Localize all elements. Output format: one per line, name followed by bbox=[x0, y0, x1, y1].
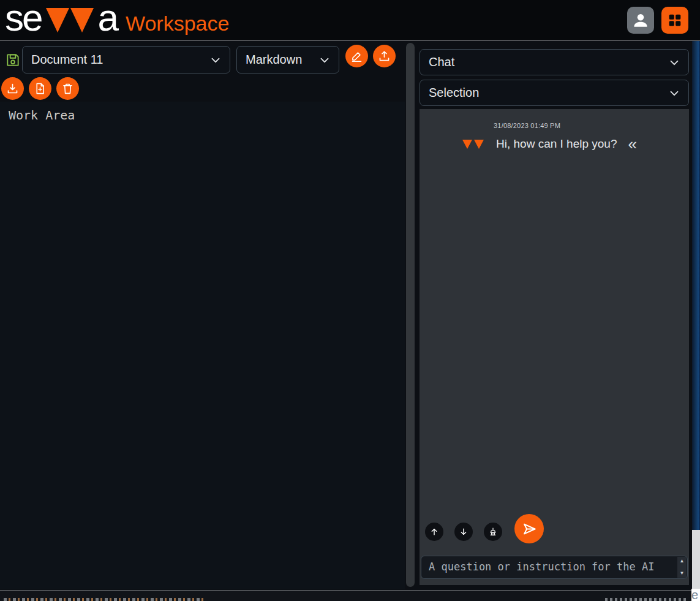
header-actions bbox=[627, 7, 688, 34]
logo-text-a: a bbox=[97, 0, 116, 36]
user-avatar-button[interactable] bbox=[627, 7, 654, 34]
editor-scrollbar[interactable] bbox=[406, 43, 415, 587]
format-select[interactable]: Markdown bbox=[236, 46, 339, 74]
document-select-value: Document 11 bbox=[31, 53, 103, 67]
ai-message-row: Hi, how can I help you? « bbox=[462, 137, 637, 151]
history-up-button[interactable] bbox=[425, 523, 443, 541]
clipped-edge-text: e bbox=[691, 589, 700, 601]
work-area-editor[interactable] bbox=[0, 102, 405, 589]
chevron-down-icon bbox=[318, 53, 331, 67]
clipped-footer-text bbox=[605, 598, 686, 601]
arrow-up-icon bbox=[429, 527, 439, 537]
collapse-message-icon[interactable]: « bbox=[628, 138, 637, 150]
app-header: se a Workspace bbox=[0, 0, 700, 41]
logo-triangle-icon bbox=[70, 8, 94, 32]
scroll-down-icon[interactable]: ▼ bbox=[680, 569, 685, 578]
format-select-value: Markdown bbox=[246, 53, 302, 67]
send-message-button[interactable] bbox=[514, 514, 544, 543]
logo-triangle-icon bbox=[46, 8, 69, 32]
chevron-down-icon bbox=[209, 53, 222, 67]
save-status-icon bbox=[5, 51, 21, 69]
chevron-down-icon bbox=[668, 56, 681, 69]
file-plus-icon bbox=[34, 82, 47, 95]
message-timestamp: 31/08/2023 01:49 PM bbox=[494, 122, 560, 129]
person-icon bbox=[631, 11, 650, 29]
new-document-button[interactable] bbox=[29, 77, 51, 100]
send-icon bbox=[521, 521, 538, 537]
chat-input-scrollbar[interactable]: ▲ ▼ bbox=[677, 557, 687, 578]
apps-grid-button[interactable] bbox=[661, 7, 688, 34]
edit-document-button[interactable] bbox=[345, 45, 368, 67]
delete-document-button[interactable] bbox=[56, 77, 79, 100]
download-document-button[interactable] bbox=[1, 77, 24, 100]
download-icon bbox=[6, 82, 19, 95]
chevron-down-icon bbox=[668, 86, 681, 100]
pencil-icon bbox=[350, 50, 363, 62]
selection-scope-select[interactable]: Selection bbox=[420, 80, 689, 106]
arrow-down-icon bbox=[459, 527, 469, 537]
sevva-ai-avatar-icon bbox=[462, 140, 484, 149]
sevva-workspace-app: se a Workspace Document 11 bbox=[0, 0, 700, 601]
ai-message-text: Hi, how can I help you? bbox=[496, 137, 617, 151]
selection-scope-value: Selection bbox=[429, 86, 479, 100]
chat-input-field[interactable] bbox=[421, 556, 676, 578]
trash-icon bbox=[61, 82, 74, 95]
upload-icon bbox=[378, 50, 391, 62]
window-scrollbar-thumb[interactable] bbox=[692, 41, 700, 530]
clipped-footer-text bbox=[4, 598, 206, 601]
chat-history-panel: 31/08/2023 01:49 PM Hi, how can I help y… bbox=[420, 109, 689, 585]
logo-text-se: se bbox=[5, 0, 41, 36]
history-down-button[interactable] bbox=[454, 523, 473, 541]
upload-document-button[interactable] bbox=[373, 45, 396, 67]
clear-chat-button[interactable] bbox=[484, 523, 502, 541]
document-select[interactable]: Document 11 bbox=[22, 46, 230, 74]
chat-mode-select[interactable]: Chat bbox=[420, 49, 689, 75]
chat-mode-value: Chat bbox=[429, 55, 454, 69]
scroll-up-icon[interactable]: ▲ bbox=[680, 557, 685, 565]
grid-icon bbox=[666, 12, 683, 29]
broom-icon bbox=[488, 527, 498, 537]
page-footer bbox=[0, 590, 692, 601]
product-title: Workspace bbox=[126, 12, 229, 36]
chat-input-container: ▲ ▼ bbox=[421, 556, 688, 579]
sevva-logo: se a Workspace bbox=[5, 4, 229, 36]
